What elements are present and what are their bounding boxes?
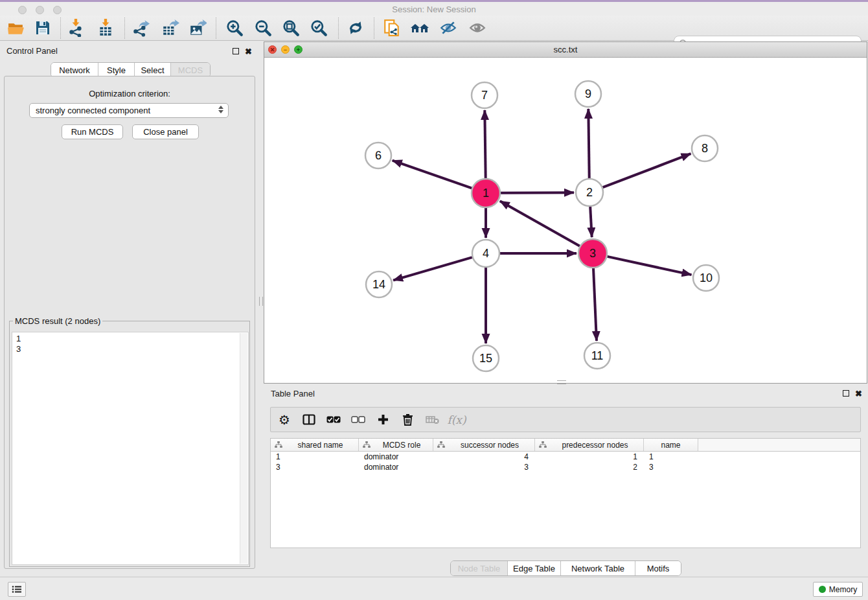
main-toolbar xyxy=(0,16,868,41)
zoom-selected-icon[interactable] xyxy=(309,18,328,38)
add-row-icon[interactable] xyxy=(371,410,395,430)
network-view-window: ✕ − + scc.txt 1234678910111415 xyxy=(264,41,867,384)
column-header-name[interactable]: name xyxy=(644,439,698,451)
graph-node-label-2: 2 xyxy=(586,186,593,199)
cell-MCDS-role[interactable]: dominator xyxy=(359,463,433,472)
edge-2-8[interactable] xyxy=(603,154,691,187)
node-table[interactable]: shared nameMCDS rolesuccessor nodesprede… xyxy=(270,438,861,548)
task-history-button[interactable] xyxy=(8,582,26,597)
cell-predecessor-nodes[interactable]: 2 xyxy=(535,463,644,472)
mcds-result-group: MCDS result (2 nodes) 1 3 xyxy=(9,321,250,567)
import-network-icon[interactable] xyxy=(66,18,86,38)
edge-4-14[interactable] xyxy=(393,257,472,280)
optimization-criterion-label: Optimization criterion: xyxy=(5,89,255,98)
column-header-MCDS-role[interactable]: MCDS role xyxy=(359,439,433,451)
control-panel-close-icon[interactable]: ✖ xyxy=(245,48,252,56)
export-table-icon[interactable] xyxy=(161,18,180,38)
task-list-icon xyxy=(12,585,22,594)
table-panel-float-icon[interactable] xyxy=(843,390,849,397)
table-settings-icon[interactable]: ⚙ xyxy=(272,410,297,430)
main-titlebar: Session: New Session xyxy=(0,0,868,16)
zoom-in-icon[interactable] xyxy=(225,18,244,38)
graph-node-label-14: 14 xyxy=(372,278,385,291)
cell-name[interactable]: 3 xyxy=(644,463,698,472)
hide-selected-eye-icon[interactable] xyxy=(439,18,458,38)
cell-MCDS-role[interactable]: dominator xyxy=(359,452,433,461)
memory-button-label: Memory xyxy=(829,585,857,594)
cell-shared-name[interactable]: 1 xyxy=(271,452,359,461)
result-scrollbar[interactable] xyxy=(240,333,247,564)
control-panel-float-icon[interactable] xyxy=(233,48,239,54)
edge-3-11[interactable] xyxy=(593,268,597,341)
horizontal-splitter-grip[interactable] xyxy=(557,380,566,384)
tab-select[interactable]: Select xyxy=(135,63,171,77)
refresh-layout-icon[interactable] xyxy=(346,18,365,38)
export-image-icon[interactable] xyxy=(188,18,207,38)
network-window-title: scc.txt xyxy=(264,45,867,54)
toolbar-separator xyxy=(338,17,339,39)
memory-button[interactable]: Memory xyxy=(813,582,863,597)
delete-column-icon xyxy=(420,410,444,430)
edge-2-3[interactable] xyxy=(590,207,592,237)
graph-node-label-1: 1 xyxy=(483,187,489,200)
show-all-eye-icon[interactable] xyxy=(468,18,487,38)
graph-node-label-8: 8 xyxy=(702,142,708,155)
tab-node-table[interactable]: Node Table xyxy=(451,561,508,575)
edge-1-2[interactable] xyxy=(501,192,574,193)
tab-network[interactable]: Network xyxy=(51,63,98,77)
save-session-icon[interactable] xyxy=(33,18,52,38)
export-network-icon[interactable] xyxy=(131,18,150,38)
import-table-icon[interactable] xyxy=(96,18,115,38)
criterion-dropdown[interactable]: strongly connected component xyxy=(29,103,229,118)
mcds-panel: Optimization criterion: strongly connect… xyxy=(4,76,255,569)
memory-status-icon xyxy=(819,586,826,593)
edge-1-7[interactable] xyxy=(485,110,485,178)
graph-node-label-15: 15 xyxy=(479,352,492,365)
cell-shared-name[interactable]: 3 xyxy=(271,463,359,472)
dropdown-stepper-icon xyxy=(218,106,223,113)
column-header-shared-name[interactable]: shared name xyxy=(271,439,359,451)
edge-1-6[interactable] xyxy=(393,161,472,189)
table-toolbar: ⚙ f(x) xyxy=(270,407,861,432)
tab-network-table[interactable]: Network Table xyxy=(561,561,635,575)
network-window-titlebar[interactable]: ✕ − + scc.txt xyxy=(264,42,867,58)
deselect-checkboxes-icon[interactable] xyxy=(346,410,371,430)
table-row[interactable]: 1dominator411 xyxy=(271,452,860,462)
table-header-row: shared nameMCDS rolesuccessor nodesprede… xyxy=(271,439,860,452)
split-columns-icon[interactable] xyxy=(297,410,321,430)
tab-edge-table[interactable]: Edge Table xyxy=(508,561,561,575)
network-file-icon[interactable] xyxy=(382,18,402,38)
tab-style[interactable]: Style xyxy=(98,63,135,77)
graph-node-label-3: 3 xyxy=(589,247,596,260)
tab-mcds[interactable]: MCDS xyxy=(171,63,210,77)
edge-2-9[interactable] xyxy=(588,109,589,178)
edge-3-10[interactable] xyxy=(607,257,691,275)
graph-node-label-9: 9 xyxy=(585,87,591,100)
tab-motifs[interactable]: Motifs xyxy=(635,561,681,575)
cell-successor-nodes[interactable]: 3 xyxy=(433,463,535,472)
mcds-result-text: 1 3 xyxy=(16,334,21,354)
network-canvas-svg: 1234678910111415 xyxy=(264,58,867,383)
status-bar: Memory xyxy=(0,577,868,600)
delete-rows-icon[interactable] xyxy=(395,410,420,430)
table-row[interactable]: 3dominator323 xyxy=(271,462,860,472)
toolbar-separator xyxy=(124,17,126,39)
zoom-fit-icon[interactable] xyxy=(281,18,301,38)
panel-splitter-grip[interactable] xyxy=(259,297,263,306)
zoom-out-icon[interactable] xyxy=(253,18,273,38)
close-panel-button[interactable]: Close panel xyxy=(132,124,199,139)
window-title: Session: New Session xyxy=(0,5,868,14)
column-header-successor-nodes[interactable]: successor nodes xyxy=(433,439,535,451)
mcds-result-area[interactable]: 1 3 xyxy=(12,332,249,565)
home-icon[interactable] xyxy=(410,18,429,38)
cell-successor-nodes[interactable]: 4 xyxy=(433,452,535,461)
select-all-checkboxes-icon[interactable] xyxy=(321,410,346,430)
run-mcds-button[interactable]: Run MCDS xyxy=(62,124,123,139)
column-header-predecessor-nodes[interactable]: predecessor nodes xyxy=(535,439,644,451)
table-panel-close-icon[interactable]: ✖ xyxy=(855,390,862,398)
cell-predecessor-nodes[interactable]: 1 xyxy=(535,452,644,461)
network-canvas[interactable]: 1234678910111415 xyxy=(264,58,867,383)
open-file-icon[interactable] xyxy=(6,18,25,38)
edge-3-1[interactable] xyxy=(500,201,580,246)
cell-name[interactable]: 1 xyxy=(644,452,698,461)
